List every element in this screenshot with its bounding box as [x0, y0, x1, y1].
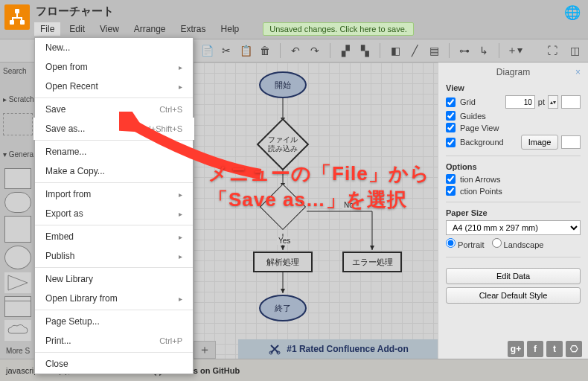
shape-palette: More S — [0, 162, 36, 359]
shape-rect[interactable] — [4, 168, 31, 189]
menu-open-library[interactable]: Open Library from — [35, 289, 193, 308]
menu-embed[interactable]: Embed — [35, 227, 193, 246]
canvas[interactable]: 開始 ファイル 読み込み Yes No 解析処理 エラー処理 終了 — [194, 63, 439, 359]
scratchpad-area[interactable] — [3, 113, 33, 135]
line-icon[interactable]: ╱ — [406, 42, 424, 60]
menu-file[interactable]: File — [34, 22, 60, 36]
menu-open-recent[interactable]: Open Recent — [35, 77, 193, 96]
portrait-radio[interactable]: Portrait — [446, 238, 485, 249]
app-logo — [4, 4, 30, 30]
menu-open-from[interactable]: Open from — [35, 57, 193, 77]
grid-checkbox[interactable] — [446, 97, 456, 107]
fill-icon[interactable]: ◧ — [386, 42, 404, 60]
gplus-icon[interactable]: g+ — [508, 341, 524, 357]
menu-page-setup[interactable]: Page Setup... — [35, 312, 193, 331]
grid-size-input[interactable] — [505, 95, 535, 109]
document-title: フローチャート — [36, 4, 114, 19]
menu-export-as[interactable]: Export as — [35, 204, 193, 223]
globe-icon[interactable]: 🌐 — [564, 4, 581, 21]
format-panel-icon[interactable]: ◫ — [566, 42, 584, 60]
shape-cloud[interactable] — [4, 320, 31, 341]
grid-label: Grid — [460, 97, 476, 106]
waypoint-icon[interactable]: ↳ — [475, 42, 493, 60]
guides-checkbox[interactable] — [446, 111, 456, 121]
grid-color-swatch[interactable] — [561, 95, 581, 109]
menu-publish[interactable]: Publish — [35, 246, 193, 266]
menu-save-as[interactable]: Save as...Ctrl+Shift+S — [35, 119, 193, 138]
promo-banner[interactable]: #1 Rated Confluence Add-on — [238, 339, 439, 359]
shape-triangle[interactable] — [4, 272, 31, 293]
image-button[interactable]: Image — [521, 135, 558, 150]
node-proc-a[interactable]: 解析処理 — [253, 252, 313, 272]
search-label: Search — [3, 67, 27, 75]
label-no: No — [342, 201, 355, 209]
delete-icon[interactable]: 🗑 — [256, 42, 274, 60]
scratchpad-label: ▸ Scratch — [3, 95, 34, 103]
menu-make-copy[interactable]: Make a Copy... — [35, 161, 193, 181]
file-menu-dropdown: New... Open from Open Recent SaveCtrl+S … — [34, 37, 194, 374]
edit-data-button[interactable]: Edit Data — [446, 268, 581, 284]
paste-icon[interactable]: 📋 — [237, 42, 255, 60]
node-end[interactable]: 終了 — [259, 295, 307, 321]
facebook-icon[interactable]: f — [527, 341, 543, 357]
menu-new-library[interactable]: New Library — [35, 269, 193, 289]
section-view: View — [446, 83, 581, 92]
menubar: File Edit View Arrange Extras Help Unsav… — [34, 21, 588, 37]
menu-new[interactable]: New... — [35, 38, 193, 57]
conn-points-checkbox[interactable] — [446, 186, 456, 196]
add-page-tab[interactable]: ＋ — [194, 341, 216, 359]
menu-arrange[interactable]: Arrange — [128, 22, 172, 36]
social-icons: g+ f t ⎔ — [508, 341, 582, 357]
svg-marker-3 — [8, 275, 28, 290]
background-checkbox[interactable] — [446, 138, 456, 147]
shadow-icon[interactable]: ▤ — [425, 42, 443, 60]
svg-rect-0 — [15, 9, 19, 13]
undo-icon[interactable]: ↶ — [287, 42, 304, 60]
shape-square[interactable] — [4, 216, 31, 243]
shape-container[interactable] — [4, 296, 31, 317]
panel-title: Diagram× — [446, 67, 581, 77]
back-icon[interactable]: ▚ — [356, 42, 374, 60]
grid-stepper[interactable]: ▴▾ — [548, 95, 558, 109]
menu-close[interactable]: Close — [35, 354, 193, 374]
twitter-icon[interactable]: t — [546, 341, 563, 357]
general-label: ▾ Genera — [3, 150, 33, 159]
cut-icon[interactable]: ✂ — [217, 42, 235, 60]
clear-style-button[interactable]: Clear Default Style — [446, 287, 581, 304]
menu-view[interactable]: View — [94, 22, 125, 36]
menu-import-from[interactable]: Import from — [35, 185, 193, 204]
redo-icon[interactable]: ↷ — [306, 42, 324, 60]
menu-print[interactable]: Print...Ctrl+P — [35, 331, 193, 350]
section-options: Options — [446, 162, 581, 171]
menu-save[interactable]: SaveCtrl+S — [35, 100, 193, 119]
paper-size-select[interactable]: A4 (210 mm x 297 mm) — [446, 220, 581, 235]
copy-icon[interactable]: 📄 — [198, 42, 216, 60]
unsaved-hint[interactable]: Unsaved changes. Click here to save. — [263, 22, 414, 36]
close-icon[interactable]: × — [575, 67, 581, 77]
format-panel: Diagram× View Grid pt ▴▾ Guides Page Vie… — [438, 63, 588, 359]
node-proc-b[interactable]: エラー処理 — [342, 252, 402, 272]
github-icon[interactable]: ⎔ — [566, 341, 582, 357]
conn-arrows-checkbox[interactable] — [446, 174, 456, 184]
menu-edit[interactable]: Edit — [63, 22, 91, 36]
menu-extras[interactable]: Extras — [175, 22, 212, 36]
menu-rename[interactable]: Rename... — [35, 142, 193, 161]
pageview-checkbox[interactable] — [446, 123, 456, 132]
scissors-icon — [269, 343, 281, 355]
background-swatch[interactable] — [561, 135, 581, 149]
shape-rounded[interactable] — [4, 192, 31, 213]
label-yes: Yes — [277, 237, 292, 245]
add-icon[interactable]: ＋▾ — [505, 42, 523, 60]
menu-help[interactable]: Help — [215, 22, 246, 36]
section-paper: Paper Size — [446, 208, 581, 217]
connection-icon[interactable]: ⊶ — [456, 42, 473, 60]
landscape-radio[interactable]: Landscape — [492, 238, 544, 249]
more-shapes[interactable]: More S — [1, 347, 34, 355]
node-start[interactable]: 開始 — [259, 71, 307, 98]
front-icon[interactable]: ▞ — [336, 42, 354, 60]
fullscreen-icon[interactable]: ⛶ — [543, 42, 561, 60]
shape-ellipse[interactable] — [4, 246, 31, 269]
